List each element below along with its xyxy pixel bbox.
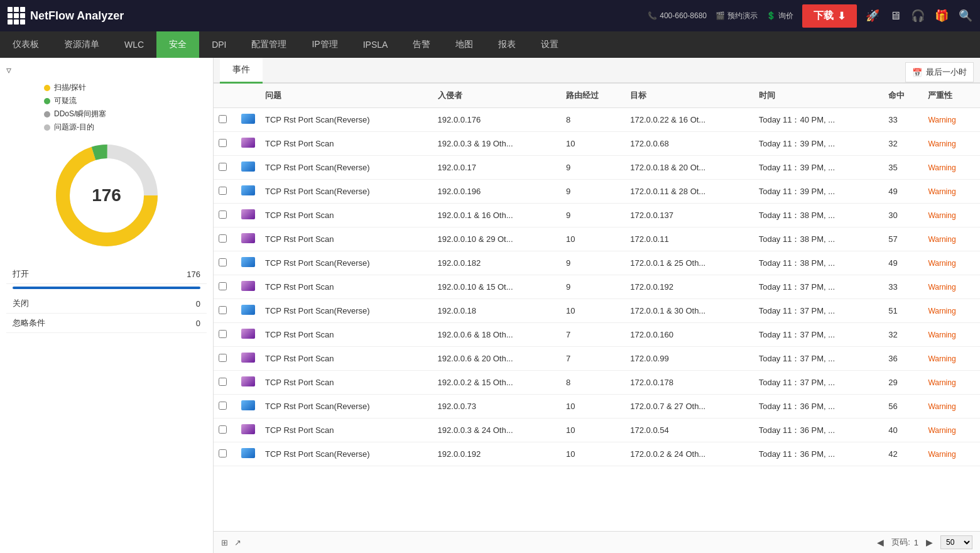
prev-page-button[interactable]: ◀ — [873, 536, 888, 549]
row-checkbox[interactable] — [219, 330, 227, 338]
price-link[interactable]: 💲 询价 — [766, 11, 793, 21]
table-row[interactable]: TCP Rst Port Scan 192.0.0.10 & 15 Ot... … — [214, 275, 980, 299]
row-checkbox[interactable] — [219, 378, 227, 386]
row-hits: 33 — [883, 108, 923, 132]
row-checkbox[interactable] — [219, 282, 227, 290]
table-row[interactable]: TCP Rst Port Scan(Reverse) 192.0.0.192 1… — [214, 442, 980, 466]
row-checkbox[interactable] — [219, 187, 227, 195]
col-problem: 问题 — [260, 84, 433, 108]
stat-closed-value: 0 — [196, 299, 200, 309]
time-filter-button[interactable]: 📅 最后一小时 — [905, 62, 974, 82]
table-row[interactable]: TCP Rst Port Scan 192.0.0.2 & 15 Oth... … — [214, 371, 980, 395]
table-row[interactable]: TCP Rst Port Scan 192.0.0.6 & 18 Oth... … — [214, 323, 980, 347]
row-problem: TCP Rst Port Scan — [260, 275, 433, 299]
chart-legend: 扫描/探针 可疑流 DDoS/瞬间拥塞 问题源-目的 — [44, 82, 207, 133]
nav-alerts[interactable]: 告警 — [400, 31, 443, 58]
headphone-icon[interactable]: 🎧 — [911, 9, 925, 23]
row-checkbox[interactable] — [219, 354, 227, 362]
nav-dpi[interactable]: DPI — [199, 31, 239, 58]
app-logo: NetFlow Analyzer — [8, 7, 641, 25]
stat-ignore-label: 忽略条件 — [13, 317, 45, 329]
row-checkbox[interactable] — [219, 234, 227, 243]
row-icon-cell — [236, 323, 260, 347]
nav-dashboard[interactable]: 仪表板 — [0, 31, 52, 58]
row-severity: Warning — [923, 347, 980, 371]
nav-resources[interactable]: 资源清单 — [52, 31, 112, 58]
row-problem: TCP Rst Port Scan — [260, 132, 433, 156]
table-row[interactable]: TCP Rst Port Scan 192.0.0.3 & 24 Oth... … — [214, 419, 980, 442]
row-icon-cell — [236, 299, 260, 323]
row-checkbox[interactable] — [219, 425, 227, 434]
col-icon — [236, 84, 260, 108]
nav-map[interactable]: 地图 — [443, 31, 486, 58]
legend-dot-ddos — [44, 111, 50, 118]
demo-link[interactable]: 🎬 预约演示 — [716, 11, 758, 21]
row-icon-cell — [236, 180, 260, 204]
export-icon[interactable]: ↗ — [234, 538, 241, 547]
rocket-icon[interactable]: 🚀 — [866, 9, 879, 23]
row-checkbox[interactable] — [219, 139, 227, 147]
row-route: 9 — [561, 180, 625, 204]
table-row[interactable]: TCP Rst Port Scan 192.0.0.1 & 16 Oth... … — [214, 204, 980, 227]
row-checkbox[interactable] — [219, 402, 227, 410]
content-area: ▿ 扫描/探针 可疑流 DDoS/瞬间拥塞 问题源-目的 — [0, 58, 980, 553]
row-checkbox[interactable] — [219, 115, 227, 123]
row-checkbox[interactable] — [219, 211, 227, 219]
row-icon-cell — [236, 275, 260, 299]
row-severity: Warning — [923, 299, 980, 323]
legend-label-scan: 扫描/探针 — [54, 82, 86, 93]
row-checkbox[interactable] — [219, 258, 227, 266]
row-icon-cell — [236, 419, 260, 442]
table-row[interactable]: TCP Rst Port Scan(Reverse) 192.0.0.182 9… — [214, 251, 980, 275]
tab-events[interactable]: 事件 — [220, 58, 263, 84]
gift-icon[interactable]: 🎁 — [935, 9, 949, 23]
row-problem: TCP Rst Port Scan(Reverse) — [260, 395, 433, 419]
nav-security[interactable]: 安全 — [156, 31, 199, 58]
table-icon[interactable]: ⊞ — [221, 538, 228, 547]
table-row[interactable]: TCP Rst Port Scan(Reverse) 192.0.0.176 8… — [214, 108, 980, 132]
row-checkbox-cell — [214, 419, 236, 442]
row-target: 172.0.0.1 & 25 Oth... — [625, 251, 753, 275]
row-target: 172.0.0.99 — [625, 347, 753, 371]
app-title: NetFlow Analyzer — [30, 9, 124, 23]
row-icon-cell — [236, 251, 260, 275]
table-row[interactable]: TCP Rst Port Scan 192.0.0.6 & 20 Oth... … — [214, 347, 980, 371]
row-time: Today 11：36 PM, ... — [754, 395, 884, 419]
table-row[interactable]: TCP Rst Port Scan(Reverse) 192.0.0.196 9… — [214, 180, 980, 204]
monitor-icon[interactable]: 🖥 — [890, 9, 901, 23]
next-page-button[interactable]: ▶ — [922, 536, 937, 549]
table-row[interactable]: TCP Rst Port Scan 192.0.0.3 & 19 Oth... … — [214, 132, 980, 156]
row-checkbox[interactable] — [219, 449, 227, 457]
row-checkbox-cell — [214, 108, 236, 132]
table-row[interactable]: TCP Rst Port Scan(Reverse) 192.0.0.18 10… — [214, 299, 980, 323]
row-checkbox-cell — [214, 347, 236, 371]
table-row[interactable]: TCP Rst Port Scan(Reverse) 192.0.0.73 10… — [214, 395, 980, 419]
nav-ipmanager[interactable]: IP管理 — [299, 31, 350, 58]
row-checkbox[interactable] — [219, 306, 227, 314]
nav-settings[interactable]: 设置 — [528, 31, 571, 58]
download-button[interactable]: 下载 ⬇ — [802, 4, 857, 28]
row-intruder: 192.0.0.196 — [433, 180, 561, 204]
legend-dot-source — [44, 124, 50, 131]
footer-left: ⊞ ↗ — [221, 538, 241, 547]
row-severity: Warning — [923, 371, 980, 395]
donut-center-value: 176 — [92, 185, 121, 205]
table-row[interactable]: TCP Rst Port Scan(Reverse) 192.0.0.17 9 … — [214, 156, 980, 180]
nav-wlc[interactable]: WLC — [112, 31, 156, 58]
row-hits: 35 — [883, 156, 923, 180]
nav-ipsla[interactable]: IPSLA — [351, 31, 401, 58]
table-row[interactable]: TCP Rst Port Scan 192.0.0.10 & 29 Ot... … — [214, 227, 980, 251]
phone-icon: 📞 — [648, 11, 657, 20]
nav-config[interactable]: 配置管理 — [239, 31, 299, 58]
row-intruder: 192.0.0.6 & 18 Oth... — [433, 323, 561, 347]
filter-icon[interactable]: ▿ — [6, 64, 207, 76]
normal-scan-icon — [241, 353, 255, 363]
per-page-select[interactable]: 50 100 200 — [940, 535, 972, 549]
nav-reports[interactable]: 报表 — [486, 31, 528, 58]
row-time: Today 11：40 PM, ... — [754, 108, 884, 132]
search-icon[interactable]: 🔍 — [959, 9, 972, 23]
events-table: 问题 入侵者 路由经过 目标 时间 命中 严重性 TCP Rst Port Sc… — [214, 84, 980, 466]
row-checkbox[interactable] — [219, 163, 227, 171]
row-severity: Warning — [923, 419, 980, 442]
reverse-scan-icon — [241, 185, 255, 195]
